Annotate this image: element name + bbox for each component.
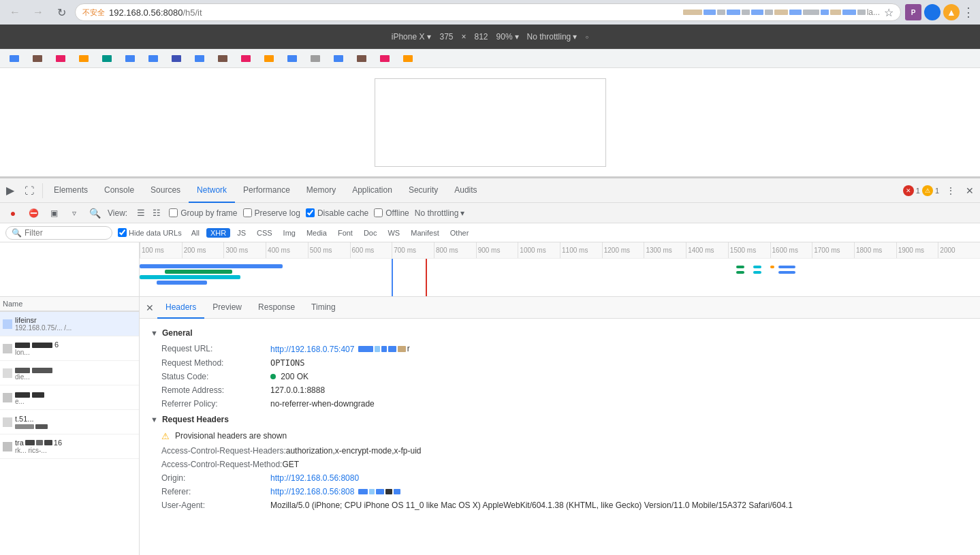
detail-tab-response[interactable]: Response — [250, 297, 303, 319]
request-name-6: tra 16 — [15, 439, 136, 447]
bookmark-item-7[interactable] — [143, 51, 165, 66]
bookmark-item-13[interactable] — [282, 51, 304, 66]
tab-elements[interactable]: Elements — [46, 178, 96, 203]
ruler-tick-600: 600 ms — [350, 242, 392, 258]
filter-tag-ws[interactable]: WS — [383, 228, 404, 238]
detail-tab-timing[interactable]: Timing — [303, 297, 344, 319]
tab-sources[interactable]: Sources — [142, 178, 189, 203]
detail-close-button[interactable]: ✕ — [142, 300, 157, 315]
view-label: View: — [108, 208, 127, 218]
request-item-6[interactable]: tra 16 rk... rics-... — [0, 434, 139, 459]
bookmark-item-10[interactable] — [212, 51, 234, 66]
tab-network[interactable]: Network — [189, 178, 235, 203]
general-section-header[interactable]: ▼ General — [140, 324, 980, 342]
request-item-3[interactable]: die... — [0, 361, 139, 385]
disable-cache-label: Disable cache — [317, 208, 368, 218]
record-button[interactable]: ● — [5, 206, 20, 221]
update-icon[interactable]: ▲ — [943, 4, 960, 20]
tab-audits[interactable]: Audits — [446, 178, 485, 203]
devtools-more-icon[interactable]: ⋮ — [943, 183, 958, 198]
bookmark-item-17[interactable] — [375, 51, 396, 66]
request-item-2[interactable]: 6 lon... — [0, 336, 139, 361]
bookmark-item-14[interactable] — [305, 51, 327, 66]
throttle-chevron-icon: ▾ — [460, 208, 464, 218]
bookmark-item-15[interactable] — [328, 51, 350, 66]
status-code-value: 200 OK — [270, 372, 309, 381]
back-button[interactable]: ← — [5, 3, 25, 22]
filter-tag-other[interactable]: Other — [446, 228, 473, 238]
filter-tag-css[interactable]: CSS — [253, 228, 276, 238]
preserve-log-checkbox[interactable]: Preserve log — [243, 208, 300, 218]
profile-icon[interactable] — [924, 4, 941, 20]
offline-checkbox[interactable]: Offline — [374, 208, 409, 218]
capture-screenshot-icon[interactable]: ◦ — [585, 31, 588, 42]
inspect-element-icon[interactable]: ▶ — [3, 183, 18, 198]
origin-label: Origin: — [161, 473, 270, 483]
filter-button[interactable]: ▿ — [67, 206, 82, 221]
hide-data-urls-checkbox[interactable]: Hide data URLs — [118, 228, 182, 237]
bookmark-item-6[interactable] — [120, 51, 142, 66]
bookmark-icon[interactable]: ☆ — [884, 6, 894, 19]
bookmark-item-5[interactable] — [97, 51, 118, 66]
bookmark-item-12[interactable] — [259, 51, 281, 66]
request-item-5[interactable]: t.51... — [0, 410, 139, 434]
device-selector[interactable]: iPhone X ▾ — [392, 32, 432, 42]
bookmark-item-3[interactable] — [50, 51, 72, 66]
chrome-menu-button[interactable]: ⋮ — [962, 5, 975, 20]
tab-memory[interactable]: Memory — [298, 178, 344, 203]
tab-console[interactable]: Console — [96, 178, 142, 203]
filter-tag-manifest[interactable]: Manifest — [407, 228, 443, 238]
ruler-tick-1600: 1600 ms — [770, 242, 812, 258]
filter-tag-xhr[interactable]: XHR — [206, 228, 230, 238]
list-view-icon[interactable]: ☰ — [134, 206, 148, 220]
bookmark-item-1[interactable] — [4, 51, 26, 66]
filter-tag-img[interactable]: Img — [279, 228, 300, 238]
filter-input[interactable] — [25, 228, 106, 238]
bookmark-item-16[interactable] — [351, 51, 373, 66]
device-toggle-icon[interactable]: ⛶ — [22, 183, 37, 198]
bookmark-item-2[interactable] — [27, 51, 49, 66]
bookmark-item-8[interactable] — [166, 51, 188, 66]
detail-tab-headers[interactable]: Headers — [157, 297, 204, 319]
throttle-dropdown[interactable]: No throttling ▾ — [415, 208, 465, 218]
bookmark-item-18[interactable] — [398, 51, 420, 66]
devtools-close-icon[interactable]: ✕ — [962, 183, 977, 198]
browser-chrome: ← → ↻ 不安全 192.168.0.56:8080/h5/it — [0, 0, 980, 555]
throttle-selector[interactable]: No throttling ▾ — [527, 32, 578, 42]
zoom-selector[interactable]: 90% ▾ — [496, 32, 519, 42]
referrer-policy-row: Referrer Policy: no-referrer-when-downgr… — [140, 397, 980, 411]
filter-tag-doc[interactable]: Doc — [360, 228, 381, 238]
clear-button[interactable]: ⛔ — [26, 206, 41, 221]
filter-tag-media[interactable]: Media — [302, 228, 331, 238]
device-toolbar: iPhone X ▾ 375 × 812 90% ▾ No throttling… — [0, 25, 980, 49]
tab-application[interactable]: Application — [344, 178, 400, 203]
warning-badge: ⚠ — [922, 185, 933, 196]
filter-input-wrap[interactable]: 🔍 — [5, 226, 112, 240]
disable-cache-checkbox[interactable]: Disable cache — [306, 208, 368, 218]
request-item-4[interactable]: e... — [0, 385, 139, 410]
request-method-label: Request Method: — [161, 358, 270, 368]
extension-icon-1[interactable]: P — [905, 4, 921, 20]
ruler-tick-1000: 1000 ms — [518, 242, 560, 258]
throttle-chevron: ▾ — [573, 32, 577, 42]
tab-security[interactable]: Security — [400, 178, 446, 203]
request-name-4 — [15, 390, 136, 398]
group-by-frame-checkbox[interactable]: Group by frame — [169, 208, 237, 218]
forward-button[interactable]: → — [29, 3, 48, 22]
search-button[interactable]: 🔍 — [87, 206, 102, 221]
capture-screenshots-button[interactable]: ▣ — [46, 206, 61, 221]
bookmark-item-11[interactable] — [236, 51, 257, 66]
tab-performance[interactable]: Performance — [235, 178, 298, 203]
request-item-1[interactable]: lifeinsr 192.168.0.75/... /... — [0, 312, 139, 336]
filter-tag-js[interactable]: JS — [233, 228, 250, 238]
filter-tag-font[interactable]: Font — [334, 228, 357, 238]
access-control-headers-row: Access-Control-Request-Headers: authoriz… — [140, 444, 980, 458]
request-headers-section-header[interactable]: ▼ Request Headers — [140, 411, 980, 428]
reload-button[interactable]: ↻ — [52, 3, 71, 22]
detail-tab-preview[interactable]: Preview — [204, 297, 250, 319]
bookmark-item-9[interactable] — [189, 51, 211, 66]
filter-tag-all[interactable]: All — [187, 228, 204, 238]
waterfall-view-icon[interactable]: ☷ — [150, 206, 163, 220]
address-bar[interactable]: 不安全 192.168.0.56:8080/h5/it — [75, 3, 901, 21]
bookmark-item-4[interactable] — [74, 51, 95, 66]
